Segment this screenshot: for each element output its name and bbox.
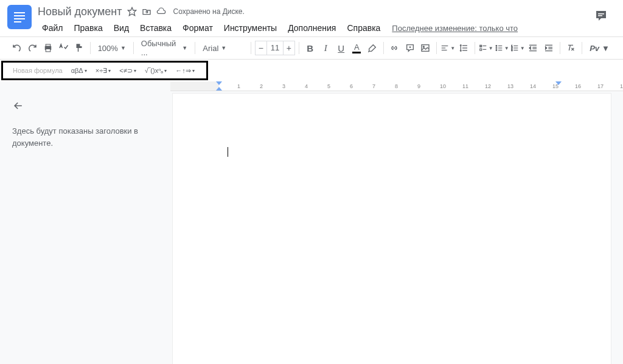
move-icon[interactable] <box>142 7 151 16</box>
insert-link-button[interactable] <box>388 41 402 55</box>
svg-rect-16 <box>479 49 481 50</box>
style-select[interactable]: Обычный ...▼ <box>137 41 191 55</box>
outline-back-button[interactable] <box>12 98 27 113</box>
relations-button[interactable]: <≠⊃▾ <box>117 67 138 75</box>
document-area <box>170 91 623 364</box>
new-equation-button[interactable]: Новая формула <box>10 67 65 74</box>
print-button[interactable] <box>41 41 55 55</box>
star-icon[interactable] <box>127 7 137 16</box>
zoom-select[interactable]: 100%▼ <box>94 41 130 55</box>
main-toolbar: 100%▼ Обычный ...▼ Arial▼ − 11 + B I U A… <box>0 36 623 60</box>
misc-operations-button[interactable]: ×÷∃▾ <box>93 67 113 75</box>
menu-insert[interactable]: Вставка <box>136 22 176 34</box>
docs-logo[interactable] <box>7 5 32 29</box>
svg-rect-1 <box>598 13 604 15</box>
increase-indent-button[interactable] <box>541 41 556 55</box>
document-page[interactable] <box>173 94 611 364</box>
menu-tools[interactable]: Инструменты <box>220 22 281 34</box>
ruler-row: 123456789101112131415161718 <box>0 81 623 91</box>
highlight-button[interactable] <box>365 41 380 55</box>
greek-letters-button[interactable]: αβΔ▾ <box>69 67 89 74</box>
svg-text:3: 3 <box>511 49 513 52</box>
clear-format-button[interactable] <box>564 41 579 55</box>
redo-button[interactable] <box>26 41 40 55</box>
text-color-button[interactable]: A <box>350 41 364 55</box>
svg-marker-0 <box>128 7 136 15</box>
svg-point-18 <box>496 46 497 47</box>
undo-button[interactable] <box>10 41 24 55</box>
menu-file[interactable]: Файл <box>38 22 67 34</box>
horizontal-ruler[interactable]: 123456789101112131415161718 <box>170 81 623 91</box>
comments-icon[interactable] <box>594 9 611 26</box>
document-title[interactable]: Новый документ <box>38 5 122 18</box>
menu-addons[interactable]: Дополнения <box>284 22 340 34</box>
decrease-indent-button[interactable] <box>526 41 541 55</box>
save-status: Сохранено на Диске. <box>173 7 245 16</box>
underline-button[interactable]: U <box>334 41 349 55</box>
align-button[interactable]: ▼ <box>440 41 455 55</box>
insert-comment-button[interactable] <box>403 41 417 55</box>
checklist-button[interactable]: ▼ <box>479 41 493 55</box>
bold-button[interactable]: B <box>303 41 318 55</box>
insert-image-button[interactable] <box>419 41 433 55</box>
spellcheck-button[interactable] <box>57 41 71 55</box>
menu-edit[interactable]: Правка <box>69 22 106 34</box>
bullet-list-button[interactable]: ▼ <box>495 41 509 55</box>
font-size-increase[interactable]: + <box>284 43 294 53</box>
svg-rect-2 <box>598 15 602 16</box>
font-size-value[interactable]: 11 <box>266 41 284 55</box>
font-size-decrease[interactable]: − <box>256 43 266 53</box>
font-size-control: − 11 + <box>255 41 295 55</box>
numbered-list-button[interactable]: 123▼ <box>510 41 525 55</box>
line-spacing-button[interactable] <box>456 41 471 55</box>
format-paint-button[interactable] <box>72 41 86 55</box>
svg-point-22 <box>496 50 497 51</box>
cloud-icon <box>156 7 166 16</box>
math-operations-button[interactable]: √‾()xⁿₐ▾ <box>142 67 170 75</box>
editing-mode-button[interactable]: Pv▼ <box>586 44 613 53</box>
equation-toolbar: Новая формула αβΔ▾ ×÷∃▾ <≠⊃▾ √‾()xⁿₐ▾ ←↑… <box>1 61 208 80</box>
last-change-link[interactable]: Последнее изменение: только что <box>392 24 518 33</box>
font-select[interactable]: Arial▼ <box>199 41 247 55</box>
menu-help[interactable]: Справка <box>343 22 385 34</box>
menu-format[interactable]: Формат <box>178 22 217 34</box>
svg-point-7 <box>423 46 425 47</box>
text-cursor <box>228 147 228 157</box>
svg-rect-4 <box>46 44 50 46</box>
outline-panel: Здесь будут показаны заголовки в докумен… <box>0 91 170 364</box>
svg-point-20 <box>496 47 497 49</box>
outline-empty-text: Здесь будут показаны заголовки в докумен… <box>12 125 158 149</box>
menu-view[interactable]: Вид <box>110 22 133 34</box>
arrows-button[interactable]: ←↑⇒▾ <box>173 67 197 75</box>
svg-rect-5 <box>46 49 50 52</box>
italic-button[interactable]: I <box>318 41 333 55</box>
